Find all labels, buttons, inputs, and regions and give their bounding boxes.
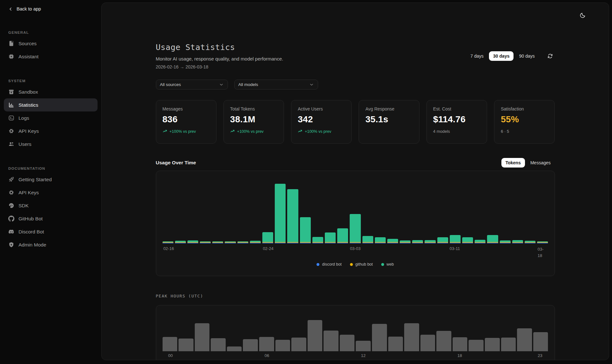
usage-bar-segment-discord-bot [487,243,498,243]
source-filter-select[interactable]: All sources [156,80,228,89]
peak-bar-05 [243,339,258,351]
sidebar-item-api-keys[interactable]: API Keys [4,125,98,138]
sidebar-item-github-bot[interactable]: GitHub Bot [4,212,98,225]
usage-bar-segment-discord-bot [187,243,198,243]
usage-bar-03-01 [325,232,336,243]
usage-bar-segment-web [437,237,448,242]
page-header: Usage Statistics Monitor AI usage, respo… [156,42,555,70]
usage-bar-02-16 [163,241,173,244]
sidebar-item-discord-bot[interactable]: Discord Bot [4,225,98,238]
usage-bar-segment-discord-bot [462,243,473,243]
sidebar-item-label: SDK [18,203,29,209]
usage-bar-segment-web [475,240,485,242]
trend-up-icon [163,129,167,134]
usage-bar-02-24 [262,232,273,243]
sidebar-item-getting-started[interactable]: Getting Started [4,173,98,186]
chevron-down-icon [219,82,224,87]
back-to-app-button[interactable]: Back to app [4,3,98,15]
sidebar-item-admin-mode[interactable]: Admin Mode [4,238,98,251]
peak-bar-03 [211,338,226,351]
usage-bar-segment-discord-bot [250,243,261,243]
usage-bar-segment-discord-bot [325,243,336,243]
peak-bar-15 [404,323,419,351]
sidebar-item-sandbox[interactable]: Sandbox [4,85,98,98]
model-filter-select[interactable]: All models [234,80,318,89]
usage-bar-segment-discord-bot [412,243,423,243]
range-button-90-days[interactable]: 90 days [515,51,539,61]
sidebar: Back to app GENERALSourcesAssistantSYSTE… [0,0,101,364]
main-panel: Usage Statistics Monitor AI usage, respo… [101,3,609,360]
usage-bar-02-26 [287,189,298,243]
sidebar-item-assistant[interactable]: Assistant [4,50,98,63]
stat-card-messages: Messages836+100% vs prev [156,100,216,144]
legend-label: discord bot [322,262,341,267]
usage-bar-03-16 [512,240,523,243]
stat-cards-row: Messages836+100% vs prevTotal Tokens38.1… [156,100,555,144]
usage-bar-segment-web [362,236,373,242]
peak-bar-01 [178,339,193,351]
section-label-system: SYSTEM [4,78,98,83]
x-axis-tick: 18 [457,353,462,358]
section-label-documentation: DOCUMENTATION [4,166,98,171]
peak-hours-x-axis: 0006121823 [163,353,548,360]
usage-bar-segment-discord-bot [362,243,373,243]
x-axis-tick: 02-24 [263,246,273,251]
nav-section-documentation: DOCUMENTATIONGetting StartedAPI KeysSDKG… [4,166,98,251]
usage-bar-03-15 [500,240,511,243]
moon-icon [579,12,586,19]
legend-label: web [387,262,394,267]
stat-value: 836 [163,114,210,125]
usage-bar-segment-discord-bot [450,243,461,243]
usage-bar-segment-web [375,237,386,242]
nav-section-general: GENERALSourcesAssistant [4,30,98,63]
stat-card-avg-response: Avg Response35.1s [359,100,419,144]
sidebar-item-logs[interactable]: Logs [4,111,98,125]
usage-section-title: Usage Over Time [156,160,196,166]
usage-bar-03-17 [525,241,536,243]
peak-bar-04 [227,346,242,351]
bar-chart-icon [8,102,14,108]
sidebar-item-label: GitHub Bot [18,216,43,222]
sidebar-item-label: Users [18,141,31,147]
peak-bar-13 [372,324,387,351]
sidebar-item-label: Sources [18,41,37,46]
usage-x-axis: 02-1602-2403-0303-1103-18 [163,246,548,257]
section-label-general: GENERAL [4,30,98,35]
sidebar-item-label: Discord Bot [18,229,44,235]
usage-bar-03-13 [475,240,485,243]
stat-card-satisfaction: Satisfaction55%6 · 5 [494,100,555,144]
x-axis-tick: 00 [168,353,172,358]
sidebar-item-sdk[interactable]: SDK [4,199,98,212]
refresh-button[interactable] [545,51,555,61]
gear-icon [8,128,14,134]
chart-mode-tokens[interactable]: Tokens [501,158,525,168]
range-button-7-days[interactable]: 7 days [466,51,488,61]
theme-toggle-button[interactable] [577,10,588,21]
peak-bar-00 [163,337,178,351]
x-axis-tick: 03-18 [537,246,546,259]
sidebar-item-users[interactable]: Users [4,138,98,151]
range-button-30-days[interactable]: 30 days [489,51,514,61]
peak-bar-09 [308,320,323,351]
usage-bar-segment-discord-bot [275,243,286,243]
model-filter-value: All models [238,82,258,87]
sidebar-item-statistics[interactable]: Statistics [4,98,98,111]
sidebar-item-label: Sandbox [18,89,38,95]
usage-bar-segment-web [325,232,336,242]
stat-label: Avg Response [365,106,412,111]
sidebar-item-api-keys[interactable]: API Keys [4,186,98,199]
legend-item-web: web [381,262,394,267]
usage-bar-02-22 [237,241,248,244]
peak-hours-card: 0006121823 [156,305,555,360]
sidebar-item-sources[interactable]: Sources [4,37,98,50]
legend-label: github bot [355,262,373,267]
usage-bar-segment-discord-bot [512,243,523,243]
usage-bar-03-11 [450,235,461,243]
usage-bar-segment-discord-bot [475,243,485,243]
chart-mode-messages[interactable]: Messages [526,158,555,168]
usage-bar-segment-discord-bot [350,243,361,243]
x-axis-tick: 03-03 [350,246,361,251]
peak-bar-06 [259,337,274,351]
chevron-left-icon [8,7,13,11]
stat-value: 38.1M [230,114,277,125]
